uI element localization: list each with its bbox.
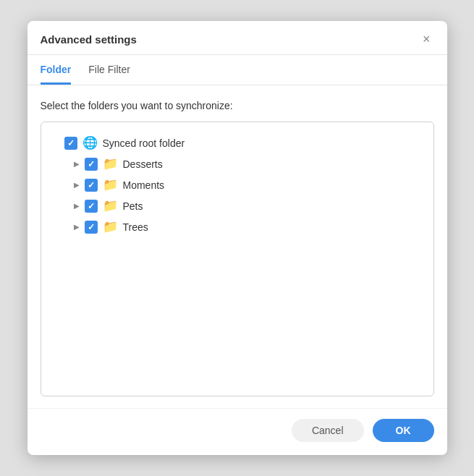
- dialog-header: Advanced settings ×: [27, 21, 447, 55]
- expand-arrow-trees[interactable]: ▶: [72, 223, 82, 231]
- folder-icon-pets: 📁: [103, 198, 118, 213]
- label-pets: Pets: [123, 200, 143, 212]
- advanced-settings-dialog: Advanced settings × Folder File Filter S…: [27, 21, 447, 455]
- checkbox-moments[interactable]: ✓: [85, 179, 98, 192]
- tree-root-item: ✓ 🌐 Synced root folder: [51, 132, 423, 153]
- checkbox-pets[interactable]: ✓: [85, 200, 98, 213]
- label-desserts: Desserts: [123, 158, 163, 170]
- checkbox-trees[interactable]: ✓: [85, 221, 98, 234]
- tree-item-pets: ▶ ✓ 📁 Pets: [72, 195, 423, 216]
- dialog-title: Advanced settings: [41, 33, 137, 46]
- checkbox-root[interactable]: ✓: [64, 137, 77, 150]
- tree-item-moments: ▶ ✓ 📁 Moments: [72, 174, 423, 195]
- label-moments: Moments: [123, 179, 165, 191]
- folder-icon-moments: 📁: [103, 177, 118, 192]
- ok-button[interactable]: OK: [373, 419, 434, 442]
- cancel-button[interactable]: Cancel: [292, 419, 364, 442]
- folder-icon-trees: 📁: [103, 219, 118, 234]
- expand-arrow-moments[interactable]: ▶: [72, 181, 82, 189]
- expand-arrow-pets[interactable]: ▶: [72, 202, 82, 210]
- dialog-footer: Cancel OK: [27, 408, 447, 455]
- instruction-text: Select the folders you want to synchroni…: [41, 100, 434, 111]
- dialog-body: Select the folders you want to synchroni…: [27, 85, 447, 408]
- folder-tree: ✓ 🌐 Synced root folder ▶ ✓ 📁 Desserts: [41, 122, 434, 396]
- expand-arrow-desserts[interactable]: ▶: [72, 160, 82, 168]
- tab-file-filter[interactable]: File Filter: [88, 64, 130, 85]
- tree-children: ▶ ✓ 📁 Desserts ▶ ✓ 📁 Moments: [51, 153, 423, 237]
- checkbox-desserts[interactable]: ✓: [85, 158, 98, 171]
- label-trees: Trees: [123, 221, 148, 233]
- close-button[interactable]: ×: [419, 31, 434, 47]
- tab-folder[interactable]: Folder: [41, 64, 72, 85]
- sync-globe-icon: 🌐: [82, 135, 98, 150]
- tree-item-trees: ▶ ✓ 📁 Trees: [72, 216, 423, 237]
- tabs-bar: Folder File Filter: [27, 55, 447, 85]
- root-folder-label: Synced root folder: [103, 137, 185, 149]
- tree-item-desserts: ▶ ✓ 📁 Desserts: [72, 153, 423, 174]
- folder-icon-desserts: 📁: [103, 156, 118, 171]
